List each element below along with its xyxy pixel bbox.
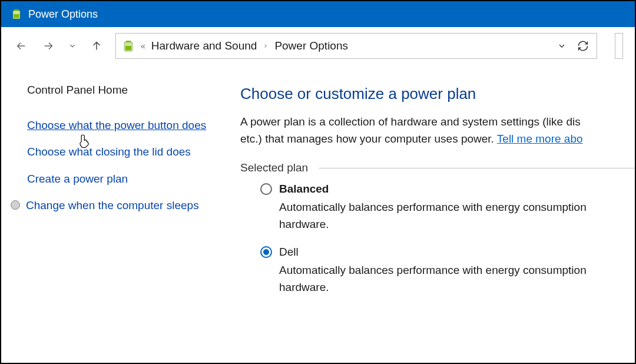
chevron-right-icon xyxy=(263,42,269,50)
main: Choose or customize a power plan A power… xyxy=(225,65,635,363)
breadcrumb-dropdown[interactable] xyxy=(554,38,569,54)
svg-rect-0 xyxy=(14,9,19,11)
plan-name-balanced[interactable]: Balanced xyxy=(279,183,329,196)
sidebar: Control Panel Home Choose what the power… xyxy=(1,65,225,363)
svg-rect-2 xyxy=(14,14,19,18)
svg-point-6 xyxy=(11,201,20,210)
desc-line1: A power plan is a collection of hardware… xyxy=(240,115,581,128)
plan-desc-balanced: Automatically balances performance with … xyxy=(279,199,635,233)
svg-rect-3 xyxy=(126,41,131,42)
window-title: Power Options xyxy=(28,8,98,21)
tell-me-more-link[interactable]: Tell me more abo xyxy=(497,133,583,145)
page-title: Choose or customize a power plan xyxy=(240,85,635,103)
battery-icon xyxy=(122,39,135,52)
page-description: A power plan is a collection of hardware… xyxy=(240,114,635,147)
titlebar: Power Options xyxy=(1,1,635,27)
battery-icon xyxy=(11,8,22,20)
refresh-button[interactable] xyxy=(575,38,591,54)
sleep-icon xyxy=(9,199,21,213)
up-button[interactable] xyxy=(88,38,105,54)
selected-plan-label: Selected plan xyxy=(240,161,635,174)
plan-dell: Dell Automatically balances performance … xyxy=(260,246,635,296)
radio-dell[interactable] xyxy=(260,246,272,258)
search-input[interactable] xyxy=(615,33,623,59)
sidebar-link-sleep[interactable]: Change when the computer sleeps xyxy=(26,197,199,214)
sidebar-link-power-button[interactable]: Choose what the power button does xyxy=(27,117,213,134)
sidebar-link-create-plan[interactable]: Create a power plan xyxy=(27,170,213,187)
breadcrumb-parent[interactable]: Hardware and Sound xyxy=(151,39,257,52)
divider xyxy=(319,168,635,168)
breadcrumb-overflow-icon[interactable]: « xyxy=(141,41,145,51)
forward-button[interactable] xyxy=(40,38,57,54)
sidebar-link-closing-lid[interactable]: Choose what closing the lid does xyxy=(27,143,213,160)
plan-desc-dell: Automatically balances performance with … xyxy=(279,262,635,296)
content: Control Panel Home Choose what the power… xyxy=(1,65,635,363)
breadcrumb-current[interactable]: Power Options xyxy=(274,39,348,52)
svg-rect-5 xyxy=(125,46,131,50)
fieldset-text: Selected plan xyxy=(240,161,308,174)
desc-line2: etc.) that manages how your computer use… xyxy=(240,133,497,145)
radio-balanced[interactable] xyxy=(260,183,272,195)
breadcrumb[interactable]: « Hardware and Sound Power Options xyxy=(115,33,597,59)
plan-name-dell[interactable]: Dell xyxy=(279,246,299,259)
back-button[interactable] xyxy=(13,38,29,54)
history-dropdown[interactable] xyxy=(67,41,78,51)
toolbar: « Hardware and Sound Power Options xyxy=(1,27,635,65)
plan-balanced: Balanced Automatically balances performa… xyxy=(260,183,635,233)
sidebar-home-link[interactable]: Control Panel Home xyxy=(27,84,213,97)
